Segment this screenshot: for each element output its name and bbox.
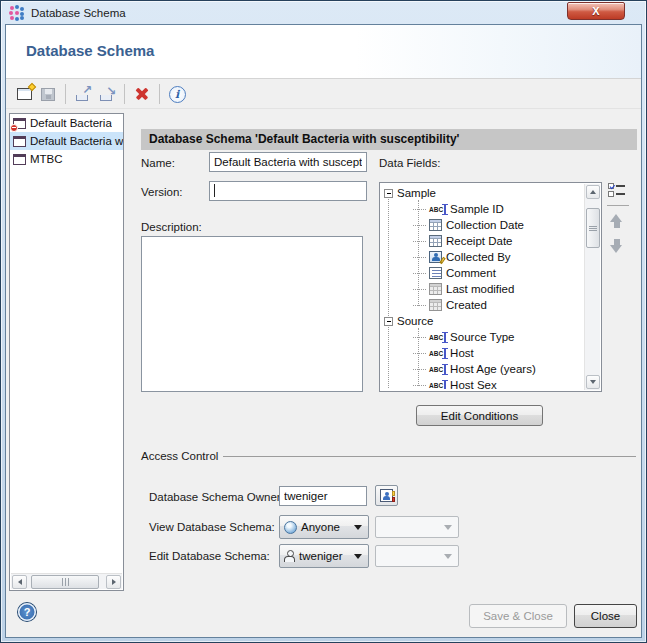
export-button[interactable]: ↗ (71, 82, 95, 106)
tree-field-row[interactable]: ABCHost Age (years) (382, 361, 583, 377)
move-up-button[interactable] (610, 214, 623, 229)
name-label: Name: (141, 157, 175, 169)
hscroll-thumb[interactable] (31, 575, 99, 589)
name-input[interactable] (209, 152, 367, 172)
tree-field-row[interactable]: Collection Date (382, 217, 583, 233)
tree-field-row[interactable]: Comment (382, 265, 583, 281)
schema-list: Default BacteriaDefault Bacteria with su… (9, 113, 124, 591)
schema-list-hscrollbar[interactable] (11, 573, 122, 589)
info-button[interactable]: i (165, 82, 189, 106)
field-type-abc-icon: ABC (429, 380, 446, 390)
save-button[interactable] (36, 82, 60, 106)
tree-expander-icon[interactable] (384, 189, 393, 198)
header-band: Database Schema (6, 25, 641, 79)
new-schema-button[interactable] (12, 82, 36, 106)
tree-field-row[interactable]: Collected By (382, 249, 583, 265)
left-arrow-icon (18, 579, 22, 585)
tree-node-label: Receipt Date (446, 235, 512, 247)
toolbar-separator (65, 84, 66, 104)
view-schema-dropdown[interactable]: Anyone (279, 515, 369, 539)
scroll-down-button[interactable] (586, 375, 600, 389)
data-fields-tree-panel: SampleABCSample IDCollection DateReceipt… (379, 182, 602, 392)
edit-conditions-button[interactable]: Edit Conditions (416, 405, 543, 426)
section-header: Database Schema 'Default Bacteria with s… (141, 129, 637, 150)
list-item-label: Default Bacteria (30, 117, 112, 129)
address-book-button[interactable] (375, 485, 398, 506)
tree-group-row[interactable]: Source (382, 313, 583, 329)
info-icon: i (169, 86, 186, 103)
tools-separator (607, 205, 629, 206)
checked-box-icon (608, 183, 614, 189)
move-down-button[interactable] (610, 238, 623, 253)
tree-field-row[interactable]: ABCSample ID (382, 201, 583, 217)
tree-node-label: Source (397, 315, 433, 327)
tree-field-row[interactable]: Receipt Date (382, 233, 583, 249)
list-item-label: Default Bacteria with susceptibility (30, 135, 123, 147)
toolbar: ↗ ↘ i (6, 80, 641, 109)
version-input[interactable] (209, 181, 367, 201)
window-title: Database Schema (31, 7, 126, 19)
view-schema-secondary-dropdown[interactable] (375, 516, 459, 538)
owner-label: Database Schema Owner: (149, 491, 284, 503)
delete-button[interactable] (130, 82, 154, 106)
list-item[interactable]: Default Bacteria with susceptibility (10, 132, 123, 150)
help-button[interactable]: ? (18, 603, 36, 621)
tree-side-tools (608, 183, 634, 262)
delete-icon (135, 87, 149, 101)
close-window-button[interactable]: X (567, 2, 625, 20)
close-button[interactable]: Close (574, 604, 637, 628)
toolbar-separator (159, 84, 160, 104)
list-item[interactable]: Default Bacteria (10, 114, 123, 132)
export-icon: ↗ (74, 86, 92, 102)
list-item[interactable]: MTBC (10, 150, 123, 168)
anyone-globe-icon (284, 521, 297, 534)
schema-window-icon (13, 118, 26, 129)
close-icon: X (592, 6, 599, 17)
description-textarea[interactable] (141, 236, 363, 392)
select-fields-button[interactable] (608, 183, 627, 197)
user-icon (284, 550, 295, 562)
tree-expander-icon[interactable] (384, 317, 393, 326)
tree-node-label: Host Age (years) (450, 363, 536, 375)
scroll-left-button[interactable] (12, 575, 27, 589)
tree-field-row[interactable]: ABCSource Type (382, 329, 583, 345)
tree-node-label: Host Sex (450, 379, 497, 389)
import-button[interactable]: ↘ (95, 82, 119, 106)
save-close-button[interactable]: Save & Close (469, 604, 567, 628)
edit-schema-dropdown[interactable]: tweniger (279, 544, 369, 568)
import-icon: ↘ (98, 86, 116, 102)
field-type-abc-icon: ABC (429, 332, 446, 343)
access-control-rule (223, 456, 636, 457)
field-type-date-icon (429, 219, 442, 231)
chevron-down-icon (444, 554, 452, 559)
schema-window-icon (13, 154, 26, 165)
scroll-right-button[interactable] (106, 575, 121, 589)
tree-field-row[interactable]: Created (382, 297, 583, 313)
field-type-date-gray-icon (429, 283, 442, 295)
tree-node-label: Collected By (446, 251, 511, 263)
text-caret (214, 184, 215, 197)
down-arrow-icon (590, 380, 596, 384)
scroll-up-button[interactable] (586, 185, 600, 199)
address-book-icon (380, 489, 393, 502)
list-item-label: MTBC (30, 153, 63, 165)
tree-node-label: Created (446, 299, 487, 311)
tree-vscrollbar[interactable] (584, 184, 600, 390)
edit-schema-secondary-dropdown[interactable] (375, 545, 459, 567)
up-arrow-icon (590, 190, 596, 194)
titlebar[interactable]: Database Schema X (1, 1, 646, 24)
description-label: Description: (141, 221, 202, 233)
tree-field-row[interactable]: ABCHost Sex (382, 377, 583, 389)
vscroll-thumb[interactable] (586, 208, 600, 248)
field-type-comment-icon (429, 267, 442, 279)
tree-group-row[interactable]: Sample (382, 185, 583, 201)
tree-field-row[interactable]: Last modified (382, 281, 583, 297)
page-title: Database Schema (26, 42, 154, 59)
field-type-abc-icon: ABC (429, 204, 446, 215)
owner-input[interactable] (279, 486, 367, 506)
tree-field-row[interactable]: ABCHost (382, 345, 583, 361)
field-type-date-icon (429, 235, 442, 247)
chevron-down-icon (444, 525, 452, 530)
unchecked-box-icon (608, 191, 614, 197)
new-schema-icon (17, 88, 32, 100)
